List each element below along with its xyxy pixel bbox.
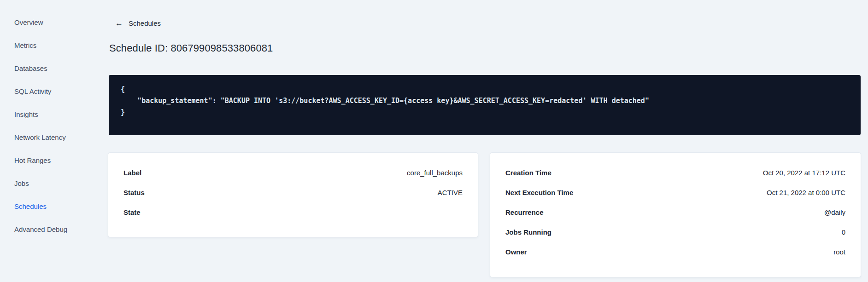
sidebar-item-label: Overview [14,18,43,26]
sidebar-item[interactable]: Schedules [0,195,97,218]
sidebar-item[interactable]: Hot Ranges [0,149,97,172]
schedule-statement-code-block: { "backup_statement": "BACKUP INTO 's3:/… [109,75,861,135]
timing-row-label: Creation Time [505,169,551,177]
sidebar-item[interactable]: Network Latency [0,126,97,149]
arrow-left-icon: ← [115,19,123,27]
sidebar-item[interactable]: Overview [0,11,97,34]
timing-row: Owner root [505,242,845,262]
timing-row: Creation Time Oct 20, 2022 at 17:12 UTC [505,163,845,183]
timing-row-label: Recurrence [505,208,544,216]
back-link-label: Schedules [129,19,161,27]
sidebar-item[interactable]: Metrics [0,34,97,57]
detail-row-label: Status [123,189,145,196]
detail-row-value: ACTIVE [438,189,463,196]
back-to-schedules-link[interactable]: ← Schedules [115,19,161,27]
sidebar-item[interactable]: Jobs [0,172,97,195]
detail-row-label: Label [123,169,141,177]
sidebar-item-label: Network Latency [14,133,66,141]
schedule-detail-card: Label core_full_backups Status ACTIVE St… [108,152,478,237]
sidebar-item-label: SQL Activity [14,87,51,95]
timing-row-value: root [833,248,845,256]
timing-row: Jobs Running 0 [505,222,845,242]
sidebar-item-label: Metrics [14,41,36,49]
sidebar-item-label: Databases [14,64,47,72]
timing-row-value: Oct 20, 2022 at 17:12 UTC [763,169,845,177]
sidebar-item-label: Schedules [14,202,47,210]
page-title: Schedule ID: 806799098533806081 [109,42,273,54]
backup-statement-code: { "backup_statement": "BACKUP INTO 's3:/… [121,84,849,118]
sidebar-item[interactable]: Databases [0,57,97,80]
detail-row-value: core_full_backups [407,169,463,177]
timing-row: Next Execution Time Oct 21, 2022 at 0:00… [505,183,845,202]
sidebar-item-label: Insights [14,110,38,118]
timing-row: Recurrence @daily [505,202,845,222]
detail-row: Status ACTIVE [123,183,463,202]
detail-row: State [123,202,463,222]
detail-row-label: State [123,208,141,216]
timing-row-value: @daily [824,208,845,216]
sidebar-item[interactable]: SQL Activity [0,80,97,103]
sidebar-item-label: Jobs [14,179,29,187]
sidebar-nav: Overview Metrics Databases SQL Activity … [0,11,97,241]
sidebar-item[interactable]: Advanced Debug [0,218,97,241]
sidebar-item-label: Advanced Debug [14,225,67,233]
schedule-timing-card: Creation Time Oct 20, 2022 at 17:12 UTC … [490,152,861,277]
sidebar-item-label: Hot Ranges [14,156,51,164]
timing-row-value: 0 [842,228,845,236]
timing-row-value: Oct 21, 2022 at 0:00 UTC [767,189,845,196]
sidebar-item[interactable]: Insights [0,103,97,126]
timing-row-label: Owner [505,248,527,256]
timing-row-label: Next Execution Time [505,189,573,196]
detail-row: Label core_full_backups [123,163,463,183]
timing-row-label: Jobs Running [505,228,551,236]
